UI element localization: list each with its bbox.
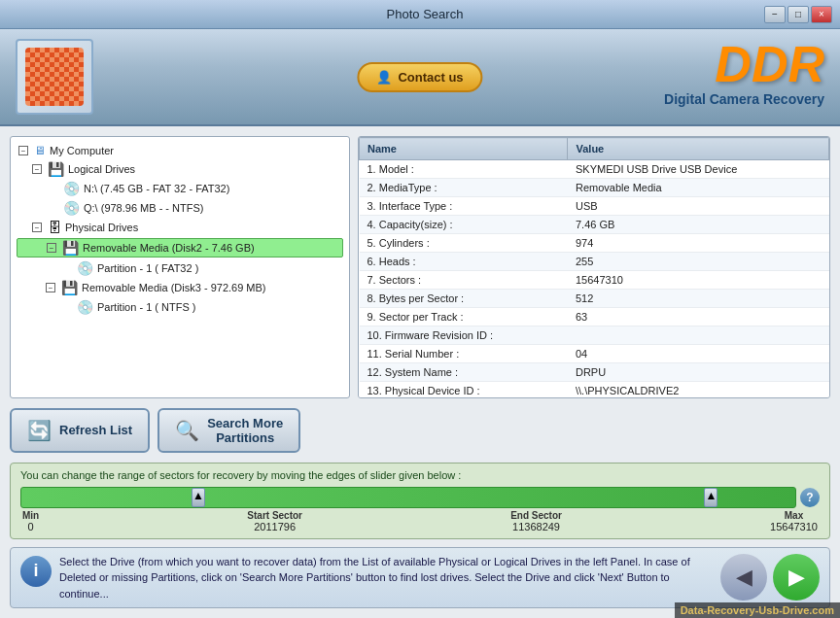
refresh-label: Refresh List [59,423,132,437]
info-row-value: 63 [568,308,829,326]
info-row-name: 5. Cylinders : [360,234,568,253]
max-value: 15647310 [770,521,818,532]
info-row-name: 11. Serial Number : [360,345,568,363]
close-button[interactable]: × [811,6,832,23]
table-row: 12. System Name :DRPU [360,363,829,382]
col-name-header: Name [360,138,568,160]
back-button[interactable]: ◀ [720,554,767,601]
action-buttons-row: 🔄 Refresh List 🔍 Search MorePartitions [10,406,830,455]
tree-partition1-fat32[interactable]: 💿 Partition - 1 ( FAT32 ) [17,259,343,277]
window-title: Photo Search [86,7,764,21]
tree-label: Removable Media (Disk2 - 7.46 GB) [83,242,255,254]
info-icon: i [20,556,52,587]
slider-track[interactable]: ▲ ▲ [20,487,796,508]
search-more-button[interactable]: 🔍 Search MorePartitions [158,408,300,453]
svg-rect-4 [25,48,84,106]
info-row-value: SKYMEDI USB Drive USB Device [568,160,829,179]
contact-button[interactable]: 👤 Contact us [357,62,482,92]
info-row-value: USB [568,197,829,216]
info-table: Name Value 1. Model :SKYMEDI USB Drive U… [359,137,829,398]
table-row: 8. Bytes per Sector :512 [360,290,829,308]
tree-partition1-ntfs[interactable]: 💿 Partition - 1 ( NTFS ) [17,298,343,316]
info-row-value: 15647310 [568,271,829,290]
help-icon[interactable]: ? [800,488,820,507]
usb-icon: 💾 [61,280,78,295]
table-row: 9. Sector per Track :63 [360,308,829,326]
contact-label: Contact us [398,70,463,85]
computer-icon: 🖥 [34,144,46,157]
logo-chess-icon [25,48,84,106]
ddr-text: DDR [664,39,824,89]
status-text: Select the Drive (from which you want to… [59,554,713,602]
table-row: 1. Model :SKYMEDI USB Drive USB Device [360,160,829,179]
info-row-name: 8. Bytes per Sector : [360,290,568,308]
drive-icon: 💾 [48,161,64,177]
expand-icon: − [32,223,42,232]
minimize-button[interactable]: − [764,6,786,23]
contact-icon: 👤 [376,70,392,85]
tree-n-drive[interactable]: 💿 N:\ (7.45 GB - FAT 32 - FAT32) [17,180,343,197]
next-button[interactable]: ▶ [773,554,820,601]
start-sector-label: Start Sector [247,510,302,521]
info-panel: Name Value 1. Model :SKYMEDI USB Drive U… [358,136,830,398]
search-partitions-icon: 🔍 [175,419,199,442]
refresh-button[interactable]: 🔄 Refresh List [10,408,150,453]
usb-icon: 💾 [62,240,79,256]
drive-tree[interactable]: − 🖥 My Computer − 💾 Logical Drives 💿 N:\… [10,136,350,398]
tree-removable-disk2[interactable]: − 💾 Removable Media (Disk2 - 7.46 GB) [17,238,343,258]
main-content: − 🖥 My Computer − 💾 Logical Drives 💿 N:\… [0,126,840,618]
table-row: 3. Interface Type :USB [360,197,829,216]
tree-label: Logical Drives [68,163,135,175]
slider-track-row: ▲ ▲ ? [20,487,820,508]
info-row-value: 974 [568,234,829,253]
slider-min-group: Min 0 [22,510,39,532]
disk-icon: 💿 [77,299,93,315]
tree-label: Partition - 1 ( FAT32 ) [97,262,198,274]
disk-icon: 💿 [77,260,93,276]
info-row-name: 12. System Name : [360,363,568,382]
slider-section: You can change the range of sectors for … [10,463,830,539]
top-panel: − 🖥 My Computer − 💾 Logical Drives 💿 N:\… [10,136,830,398]
table-row: 10. Firmware Revision ID : [360,326,829,345]
expand-icon: − [18,146,28,155]
watermark: Data-Recovery-Usb-Drive.com [675,602,840,618]
search-more-label: Search MorePartitions [207,416,283,445]
slider-thumb-right[interactable]: ▲ [704,488,718,507]
info-row-value: 512 [568,290,829,308]
info-row-name: 13. Physical Device ID : [360,382,568,398]
info-row-value: DRPU [568,363,829,382]
table-row: 4. Capacity(size) :7.46 GB [360,216,829,234]
info-row-name: 2. MediaType : [360,179,568,197]
tree-logical-drives[interactable]: − 💾 Logical Drives [17,160,343,178]
ddr-subtitle: Digital Camera Recovery [664,91,824,107]
hdd-icon: 🗄 [48,220,61,235]
nav-buttons: ◀ ▶ [720,554,820,601]
info-row-name: 4. Capacity(size) : [360,216,568,234]
tree-physical-drives[interactable]: − 🗄 Physical Drives [17,219,343,236]
tree-removable-disk3[interactable]: − 💾 Removable Media (Disk3 - 972.69 MB) [17,279,343,296]
table-row: 2. MediaType :Removable Media [360,179,829,197]
end-sector-value: 11368249 [510,521,562,532]
tree-my-computer[interactable]: − 🖥 My Computer [17,143,343,158]
disk-icon: 💿 [63,200,80,216]
info-row-value [568,326,829,345]
disk-icon: 💿 [63,181,80,196]
title-bar: Photo Search − □ × [0,0,840,29]
info-row-name: 3. Interface Type : [360,197,568,216]
window-controls[interactable]: − □ × [764,6,832,23]
status-bar: i Select the Drive (from which you want … [10,547,830,609]
refresh-icon: 🔄 [27,419,52,442]
info-row-name: 7. Sectors : [360,271,568,290]
tree-q-drive[interactable]: 💿 Q:\ (978.96 MB - - NTFS) [17,199,343,217]
info-row-name: 1. Model : [360,160,568,179]
slider-thumb-left[interactable]: ▲ [192,488,205,507]
end-sector-label: End Sector [510,510,562,521]
info-row-name: 9. Sector per Track : [360,308,568,326]
slider-values: Min 0 Start Sector 2011796 End Sector 11… [20,510,820,532]
slider-description: You can change the range of sectors for … [20,469,820,481]
slider-max-group: Max 15647310 [770,510,818,532]
info-row-value: Removable Media [568,179,829,197]
maximize-button[interactable]: □ [788,6,809,23]
slider-start-group: Start Sector 2011796 [247,510,302,532]
info-row-name: 10. Firmware Revision ID : [360,326,568,345]
